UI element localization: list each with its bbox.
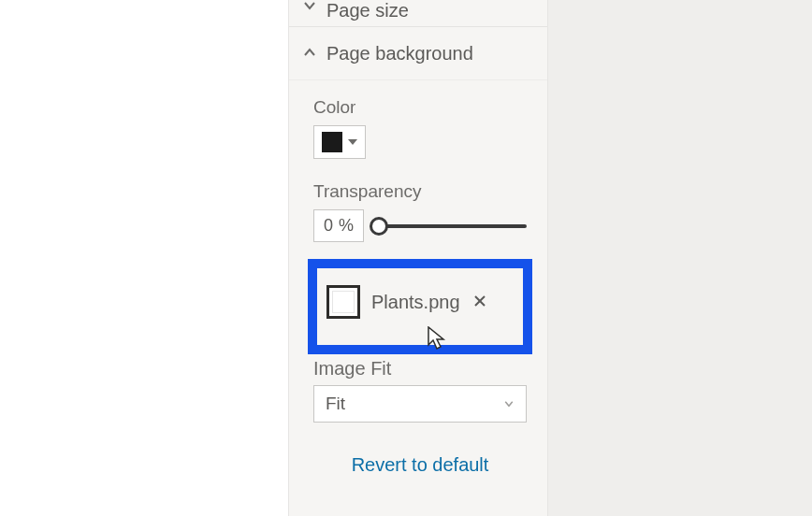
image-fit-value: Fit: [326, 394, 345, 414]
chevron-down-icon: [503, 394, 515, 414]
color-picker[interactable]: [313, 125, 366, 159]
section-title-page-size: Page size: [326, 0, 409, 22]
format-pane: Page size Page background Color Transpar…: [288, 0, 548, 516]
section-header-page-size[interactable]: Page size: [289, 0, 547, 27]
image-fit-label: Image Fit: [313, 358, 527, 380]
transparency-label: Transparency: [313, 181, 527, 202]
image-thumbnail-icon: [326, 285, 360, 319]
color-swatch: [322, 132, 342, 152]
image-file-name: Plants.png: [371, 292, 460, 313]
svg-marker-2: [428, 327, 443, 349]
revert-to-default-link[interactable]: Revert to default: [313, 454, 527, 485]
transparency-value: 0: [324, 216, 333, 236]
transparency-input[interactable]: 0 %: [313, 209, 364, 242]
transparency-slider[interactable]: [377, 217, 527, 236]
right-empty-area: [548, 0, 812, 516]
color-label: Color: [313, 97, 527, 118]
section-header-page-background[interactable]: Page background: [289, 27, 547, 80]
section-title-page-background: Page background: [326, 43, 473, 64]
mouse-cursor-icon: [428, 326, 446, 354]
section-body-page-background: Color Transparency 0 %: [289, 80, 547, 494]
transparency-unit: %: [339, 216, 354, 236]
remove-image-button[interactable]: [473, 293, 486, 312]
chevron-down-icon: [302, 0, 317, 18]
caret-down-icon: [348, 139, 357, 145]
slider-track: [377, 224, 527, 228]
chevron-up-icon: [302, 43, 317, 64]
slider-thumb[interactable]: [370, 217, 388, 236]
image-fit-select[interactable]: Fit: [313, 385, 527, 423]
image-file-row[interactable]: Plants.png: [308, 259, 532, 354]
